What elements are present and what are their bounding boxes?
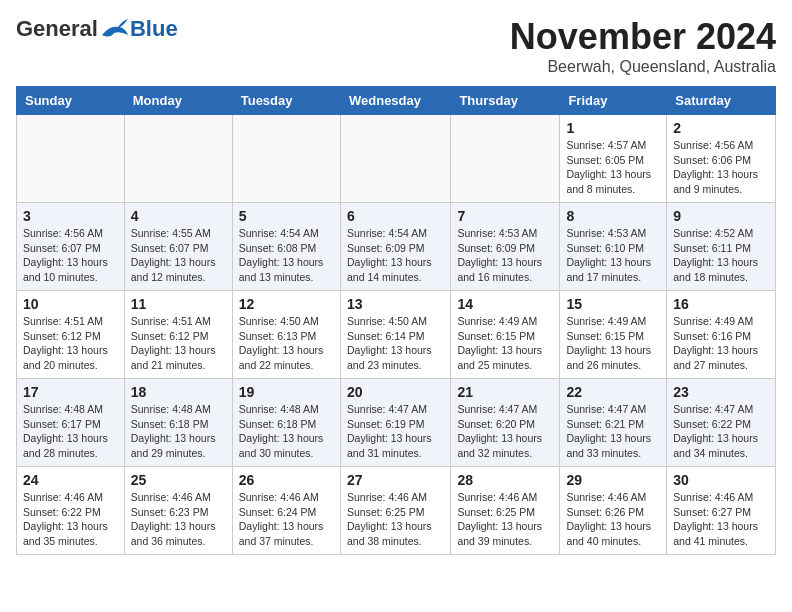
day-number: 5: [239, 208, 334, 224]
calendar-day-cell: 25Sunrise: 4:46 AM Sunset: 6:23 PM Dayli…: [124, 467, 232, 555]
day-info: Sunrise: 4:48 AM Sunset: 6:18 PM Dayligh…: [131, 402, 226, 461]
day-number: 14: [457, 296, 553, 312]
calendar-day-cell: 18Sunrise: 4:48 AM Sunset: 6:18 PM Dayli…: [124, 379, 232, 467]
calendar-day-cell: 9Sunrise: 4:52 AM Sunset: 6:11 PM Daylig…: [667, 203, 776, 291]
weekday-header-tuesday: Tuesday: [232, 87, 340, 115]
day-number: 20: [347, 384, 444, 400]
day-number: 22: [566, 384, 660, 400]
day-info: Sunrise: 4:47 AM Sunset: 6:19 PM Dayligh…: [347, 402, 444, 461]
day-number: 4: [131, 208, 226, 224]
day-info: Sunrise: 4:49 AM Sunset: 6:16 PM Dayligh…: [673, 314, 769, 373]
calendar-table: SundayMondayTuesdayWednesdayThursdayFrid…: [16, 86, 776, 555]
calendar-day-cell: 16Sunrise: 4:49 AM Sunset: 6:16 PM Dayli…: [667, 291, 776, 379]
calendar-day-cell: 1Sunrise: 4:57 AM Sunset: 6:05 PM Daylig…: [560, 115, 667, 203]
day-number: 29: [566, 472, 660, 488]
day-number: 19: [239, 384, 334, 400]
calendar-day-cell: [232, 115, 340, 203]
calendar-day-cell: 6Sunrise: 4:54 AM Sunset: 6:09 PM Daylig…: [340, 203, 450, 291]
calendar-day-cell: 24Sunrise: 4:46 AM Sunset: 6:22 PM Dayli…: [17, 467, 125, 555]
day-info: Sunrise: 4:50 AM Sunset: 6:14 PM Dayligh…: [347, 314, 444, 373]
calendar-day-cell: 2Sunrise: 4:56 AM Sunset: 6:06 PM Daylig…: [667, 115, 776, 203]
calendar-day-cell: 21Sunrise: 4:47 AM Sunset: 6:20 PM Dayli…: [451, 379, 560, 467]
day-info: Sunrise: 4:46 AM Sunset: 6:23 PM Dayligh…: [131, 490, 226, 549]
calendar-day-cell: 22Sunrise: 4:47 AM Sunset: 6:21 PM Dayli…: [560, 379, 667, 467]
day-info: Sunrise: 4:46 AM Sunset: 6:25 PM Dayligh…: [457, 490, 553, 549]
day-info: Sunrise: 4:49 AM Sunset: 6:15 PM Dayligh…: [457, 314, 553, 373]
day-info: Sunrise: 4:46 AM Sunset: 6:26 PM Dayligh…: [566, 490, 660, 549]
calendar-day-cell: [451, 115, 560, 203]
day-number: 6: [347, 208, 444, 224]
day-number: 12: [239, 296, 334, 312]
weekday-header-saturday: Saturday: [667, 87, 776, 115]
day-info: Sunrise: 4:49 AM Sunset: 6:15 PM Dayligh…: [566, 314, 660, 373]
day-number: 27: [347, 472, 444, 488]
day-info: Sunrise: 4:48 AM Sunset: 6:17 PM Dayligh…: [23, 402, 118, 461]
calendar-day-cell: 28Sunrise: 4:46 AM Sunset: 6:25 PM Dayli…: [451, 467, 560, 555]
day-number: 21: [457, 384, 553, 400]
day-number: 17: [23, 384, 118, 400]
logo: General Blue: [16, 16, 178, 42]
weekday-header-thursday: Thursday: [451, 87, 560, 115]
day-info: Sunrise: 4:52 AM Sunset: 6:11 PM Dayligh…: [673, 226, 769, 285]
day-number: 8: [566, 208, 660, 224]
day-info: Sunrise: 4:50 AM Sunset: 6:13 PM Dayligh…: [239, 314, 334, 373]
day-info: Sunrise: 4:51 AM Sunset: 6:12 PM Dayligh…: [131, 314, 226, 373]
calendar-day-cell: 8Sunrise: 4:53 AM Sunset: 6:10 PM Daylig…: [560, 203, 667, 291]
calendar-day-cell: 13Sunrise: 4:50 AM Sunset: 6:14 PM Dayli…: [340, 291, 450, 379]
day-number: 10: [23, 296, 118, 312]
calendar-day-cell: 19Sunrise: 4:48 AM Sunset: 6:18 PM Dayli…: [232, 379, 340, 467]
day-info: Sunrise: 4:47 AM Sunset: 6:20 PM Dayligh…: [457, 402, 553, 461]
day-info: Sunrise: 4:47 AM Sunset: 6:22 PM Dayligh…: [673, 402, 769, 461]
location-title: Beerwah, Queensland, Australia: [510, 58, 776, 76]
calendar-day-cell: 15Sunrise: 4:49 AM Sunset: 6:15 PM Dayli…: [560, 291, 667, 379]
calendar-day-cell: 23Sunrise: 4:47 AM Sunset: 6:22 PM Dayli…: [667, 379, 776, 467]
day-number: 25: [131, 472, 226, 488]
calendar-week-row: 17Sunrise: 4:48 AM Sunset: 6:17 PM Dayli…: [17, 379, 776, 467]
weekday-header-monday: Monday: [124, 87, 232, 115]
day-number: 23: [673, 384, 769, 400]
calendar-day-cell: [17, 115, 125, 203]
day-info: Sunrise: 4:53 AM Sunset: 6:10 PM Dayligh…: [566, 226, 660, 285]
day-info: Sunrise: 4:56 AM Sunset: 6:07 PM Dayligh…: [23, 226, 118, 285]
calendar-day-cell: 30Sunrise: 4:46 AM Sunset: 6:27 PM Dayli…: [667, 467, 776, 555]
calendar-week-row: 24Sunrise: 4:46 AM Sunset: 6:22 PM Dayli…: [17, 467, 776, 555]
logo-blue-text: Blue: [130, 16, 178, 42]
month-title: November 2024: [510, 16, 776, 58]
day-info: Sunrise: 4:46 AM Sunset: 6:27 PM Dayligh…: [673, 490, 769, 549]
day-info: Sunrise: 4:46 AM Sunset: 6:22 PM Dayligh…: [23, 490, 118, 549]
weekday-header-friday: Friday: [560, 87, 667, 115]
day-number: 1: [566, 120, 660, 136]
day-number: 16: [673, 296, 769, 312]
day-info: Sunrise: 4:54 AM Sunset: 6:08 PM Dayligh…: [239, 226, 334, 285]
logo-general-text: General: [16, 16, 98, 42]
day-number: 18: [131, 384, 226, 400]
day-number: 3: [23, 208, 118, 224]
day-info: Sunrise: 4:48 AM Sunset: 6:18 PM Dayligh…: [239, 402, 334, 461]
day-info: Sunrise: 4:46 AM Sunset: 6:25 PM Dayligh…: [347, 490, 444, 549]
title-area: November 2024 Beerwah, Queensland, Austr…: [510, 16, 776, 76]
day-number: 15: [566, 296, 660, 312]
day-info: Sunrise: 4:54 AM Sunset: 6:09 PM Dayligh…: [347, 226, 444, 285]
calendar-day-cell: 3Sunrise: 4:56 AM Sunset: 6:07 PM Daylig…: [17, 203, 125, 291]
day-number: 9: [673, 208, 769, 224]
day-number: 13: [347, 296, 444, 312]
weekday-header-row: SundayMondayTuesdayWednesdayThursdayFrid…: [17, 87, 776, 115]
day-info: Sunrise: 4:55 AM Sunset: 6:07 PM Dayligh…: [131, 226, 226, 285]
calendar-day-cell: 20Sunrise: 4:47 AM Sunset: 6:19 PM Dayli…: [340, 379, 450, 467]
calendar-day-cell: 17Sunrise: 4:48 AM Sunset: 6:17 PM Dayli…: [17, 379, 125, 467]
calendar-week-row: 3Sunrise: 4:56 AM Sunset: 6:07 PM Daylig…: [17, 203, 776, 291]
day-number: 30: [673, 472, 769, 488]
calendar-day-cell: 10Sunrise: 4:51 AM Sunset: 6:12 PM Dayli…: [17, 291, 125, 379]
calendar-day-cell: 7Sunrise: 4:53 AM Sunset: 6:09 PM Daylig…: [451, 203, 560, 291]
calendar-day-cell: 12Sunrise: 4:50 AM Sunset: 6:13 PM Dayli…: [232, 291, 340, 379]
calendar-day-cell: 5Sunrise: 4:54 AM Sunset: 6:08 PM Daylig…: [232, 203, 340, 291]
weekday-header-wednesday: Wednesday: [340, 87, 450, 115]
day-info: Sunrise: 4:46 AM Sunset: 6:24 PM Dayligh…: [239, 490, 334, 549]
calendar-day-cell: 27Sunrise: 4:46 AM Sunset: 6:25 PM Dayli…: [340, 467, 450, 555]
day-number: 28: [457, 472, 553, 488]
day-info: Sunrise: 4:56 AM Sunset: 6:06 PM Dayligh…: [673, 138, 769, 197]
calendar-week-row: 1Sunrise: 4:57 AM Sunset: 6:05 PM Daylig…: [17, 115, 776, 203]
day-info: Sunrise: 4:53 AM Sunset: 6:09 PM Dayligh…: [457, 226, 553, 285]
calendar-day-cell: 26Sunrise: 4:46 AM Sunset: 6:24 PM Dayli…: [232, 467, 340, 555]
logo-bird-icon: [100, 17, 130, 41]
